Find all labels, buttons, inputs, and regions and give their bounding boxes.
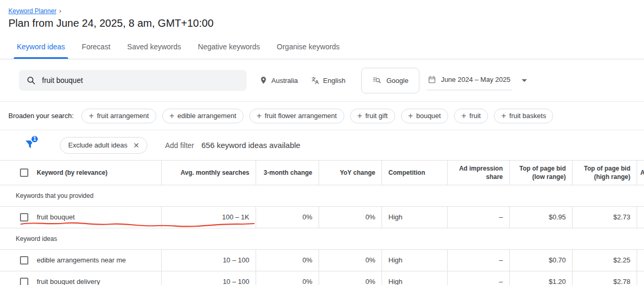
column-header-top-bid-low[interactable]: Top of page bid (low range) xyxy=(509,161,572,185)
column-header-competition[interactable]: Competition xyxy=(382,161,447,185)
ad-impression-share-cell: – xyxy=(447,207,509,228)
breadcrumb-link-keyword-planner[interactable]: Keyword Planner xyxy=(8,7,56,15)
plus-icon: + xyxy=(170,112,174,120)
filter-funnel-button[interactable]: 1 xyxy=(24,138,37,153)
section-label: Keyword ideas xyxy=(16,235,57,242)
competition-cell: High xyxy=(382,271,447,285)
calendar-icon xyxy=(428,76,436,84)
tab-negative-keywords[interactable]: Negative keywords xyxy=(189,36,268,59)
location-pin-icon xyxy=(259,76,268,85)
broaden-chip-bouquet[interactable]: +bouquet xyxy=(401,109,448,123)
plus-icon: + xyxy=(461,112,466,120)
truncated-cell xyxy=(637,250,644,271)
broaden-search-row: Broaden your search: +fruit arrangement … xyxy=(0,102,644,130)
tab-saved-keywords[interactable]: Saved keywords xyxy=(119,36,189,59)
broaden-chip-edible-arrangement[interactable]: +edible arrangement xyxy=(162,109,244,123)
chevron-down-icon[interactable] xyxy=(522,79,527,82)
broaden-chip-fruit-baskets[interactable]: +fruit baskets xyxy=(494,109,553,123)
keyword-cell: fruit bouquet xyxy=(31,207,161,228)
table-body: Keywords that you provided fruit bouquet… xyxy=(0,185,644,285)
toolbar: Australia English Google June 2024 – May… xyxy=(0,59,644,102)
column-header-ad-impression-share[interactable]: Ad impression share xyxy=(447,161,509,185)
date-range-setting[interactable]: June 2024 – May 2025 xyxy=(427,71,527,90)
keyword-ideas-count: 656 keyword ideas available xyxy=(202,141,300,150)
bid-low-cell: $0.95 xyxy=(509,207,572,228)
table-row: edible arrangements near me 10 – 100 0% … xyxy=(0,250,644,271)
keyword-search-box[interactable] xyxy=(19,70,247,91)
chip-label: edible arrangement xyxy=(177,112,236,120)
add-filter-button[interactable]: Add filter xyxy=(165,141,194,150)
three-month-change-cell: 0% xyxy=(256,207,319,228)
column-header-truncated[interactable]: A xyxy=(637,161,644,185)
avg-searches-cell: 10 – 100 xyxy=(161,271,256,285)
column-header-top-bid-high[interactable]: Top of page bid (high range) xyxy=(572,161,637,185)
location-label: Australia xyxy=(271,77,298,85)
truncated-cell xyxy=(637,271,644,285)
row-checkbox[interactable] xyxy=(20,256,28,265)
keywords-table: Keyword (by relevance) Avg. monthly sear… xyxy=(0,160,644,285)
row-checkbox-cell xyxy=(0,207,31,228)
broaden-chip-fruit-gift[interactable]: +fruit gift xyxy=(350,109,395,123)
avg-searches-cell: 100 – 1K xyxy=(161,207,256,228)
yoy-change-cell: 0% xyxy=(319,271,382,285)
language-label: English xyxy=(323,77,346,85)
row-checkbox-cell xyxy=(0,250,31,271)
plus-icon: + xyxy=(357,112,362,120)
broaden-chip-fruit-arrangement[interactable]: +fruit arrangement xyxy=(81,109,156,123)
close-icon[interactable]: ✕ xyxy=(133,142,140,149)
broaden-chip-fruit-flower-arrangement[interactable]: +fruit flower arrangement xyxy=(249,109,344,123)
bid-high-cell: $2.78 xyxy=(572,271,637,285)
column-header-yoy-change[interactable]: YoY change xyxy=(319,161,382,185)
ad-impression-share-cell: – xyxy=(447,250,509,271)
search-input[interactable] xyxy=(42,76,239,85)
page-title: Plan from June 24, 2025, 8 am, GMT+10:00 xyxy=(0,15,644,29)
column-header-keyword[interactable]: Keyword (by relevance) xyxy=(31,161,161,185)
yoy-change-cell: 0% xyxy=(319,207,382,228)
column-header-avg-monthly-searches[interactable]: Avg. monthly searches xyxy=(161,161,256,185)
three-month-change-cell: 0% xyxy=(256,250,319,271)
search-icon xyxy=(26,76,36,85)
table-section-row: Keyword ideas xyxy=(0,228,644,250)
exclude-adult-ideas-chip[interactable]: Exclude adult ideas ✕ xyxy=(60,137,147,154)
plus-icon: + xyxy=(501,112,506,120)
date-range-label: June 2024 – May 2025 xyxy=(441,76,510,83)
chip-label: fruit xyxy=(469,112,481,120)
header-checkbox-cell xyxy=(0,161,31,185)
bid-high-cell: $2.73 xyxy=(572,207,637,228)
column-header-3-month-change[interactable]: 3-month change xyxy=(256,161,319,185)
chevron-right-icon: › xyxy=(59,7,61,15)
tab-forecast[interactable]: Forecast xyxy=(73,36,119,59)
tab-keyword-ideas[interactable]: Keyword ideas xyxy=(8,36,73,59)
chip-label: fruit arrangement xyxy=(97,112,149,120)
yoy-change-cell: 0% xyxy=(319,250,382,271)
breadcrumb: Keyword Planner › xyxy=(0,0,644,15)
bid-low-cell: $1.20 xyxy=(509,271,572,285)
competition-cell: High xyxy=(382,207,447,228)
truncated-cell xyxy=(637,207,644,228)
table-row: fruit bouquet 100 – 1K 0% 0% High – $0.9… xyxy=(0,207,644,228)
search-network-icon xyxy=(372,76,382,85)
chip-label: bouquet xyxy=(416,112,441,120)
ad-impression-share-cell: – xyxy=(447,271,509,285)
exclude-chip-label: Exclude adult ideas xyxy=(68,141,128,149)
broaden-label: Broaden your search: xyxy=(8,112,73,120)
table-row: fruit bouquet delivery 10 – 100 0% 0% Hi… xyxy=(0,271,644,285)
translate-icon xyxy=(311,76,320,85)
row-checkbox[interactable] xyxy=(20,213,28,221)
plus-icon: + xyxy=(408,112,413,120)
chip-label: fruit gift xyxy=(365,112,388,120)
tab-organise-keywords[interactable]: Organise keywords xyxy=(268,36,348,59)
section-label: Keywords that you provided xyxy=(16,192,93,199)
broaden-chip-fruit[interactable]: +fruit xyxy=(454,109,488,123)
chip-label: fruit flower arrangement xyxy=(265,112,336,120)
keyword-cell: edible arrangements near me xyxy=(31,250,161,271)
select-all-checkbox[interactable] xyxy=(20,168,28,177)
plus-icon: + xyxy=(257,112,261,120)
row-checkbox[interactable] xyxy=(20,278,28,285)
network-label: Google xyxy=(386,77,408,85)
language-setting[interactable]: English xyxy=(311,76,346,85)
location-setting[interactable]: Australia xyxy=(259,76,298,85)
chip-label: fruit baskets xyxy=(509,112,546,120)
row-checkbox-cell xyxy=(0,271,31,285)
search-network-setting[interactable]: Google xyxy=(361,68,419,93)
